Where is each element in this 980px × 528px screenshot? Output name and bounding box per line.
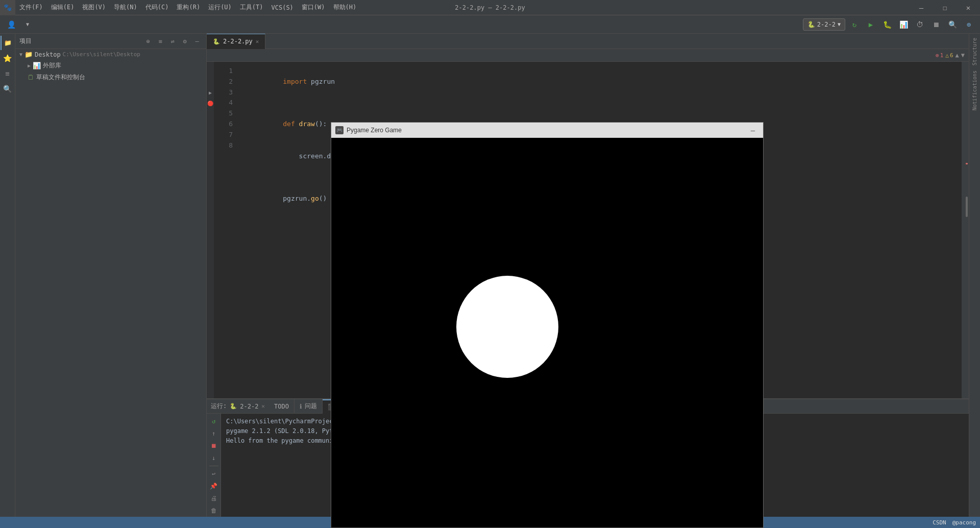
scroll-down-btn[interactable]: ↓ [208,452,219,464]
tab-todo[interactable]: TODO [269,399,295,414]
menu-refactor[interactable]: 重构(R) [173,0,204,15]
project-item-drafts[interactable]: 🗒 草稿文件和控制台 [15,71,206,83]
gutter-5 [207,109,214,119]
sidebar-bookmark-icon[interactable]: ⭐ [1,51,15,65]
code-plain: (): [315,120,327,128]
item-path: C:\Users\silent\Desktop [63,51,140,58]
debug-button[interactable]: 🐛 [880,17,894,32]
toolbar-dropdown-arrow[interactable]: ▼ [20,17,35,32]
keyword-import: import [283,78,307,85]
status-csdn: CSDN [933,519,946,526]
menu-nav[interactable]: 导航(N) [110,0,141,15]
titlebar: 🐾 文件(F) 编辑(E) 视图(V) 导航(N) 代码(C) 重构(R) 运行… [0,0,980,15]
panel-add-icon[interactable]: ⊕ [143,36,153,46]
run-config-selector[interactable]: 🐍 2-2-2 ▼ [803,18,845,31]
menu-bar: 文件(F) 编辑(E) 视图(V) 导航(N) 代码(C) 重构(R) 运行(U… [15,0,360,15]
menu-run[interactable]: 运行(U) [204,0,236,15]
run-toolbar: ↺ ↑ ⏹ ↓ ↩ 📌 🖨 🗑 [207,414,221,528]
sidebar-notifications-label[interactable]: Notifications [972,68,977,112]
window-title: 2-2-2.py – 2-2-2.py [455,4,525,11]
error-badge: ⊗ 1 [936,52,943,59]
profile-button[interactable]: ⏱ [913,17,927,32]
project-item-external-libs[interactable]: ▶ 📊 外部库 [15,60,206,71]
editor-gutter: ▶ 🔴 [207,62,214,398]
menu-help[interactable]: 帮助(H) [329,0,361,15]
panel-align-icon[interactable]: ≡ [155,36,165,46]
next-error-btn[interactable]: ▼ [961,52,965,59]
minimize-button[interactable]: — [910,0,933,15]
pin-btn[interactable]: 📌 [208,481,219,492]
item-label: 草稿文件和控制台 [36,73,85,82]
code-parens: () [319,195,327,202]
folder-icon: 📁 [24,51,33,58]
gutter-8 [207,141,214,152]
search-button[interactable]: 🔍 [945,17,960,32]
wrap-btn[interactable]: ↩ [208,468,219,479]
tab-bar: 🐍 2-2-2.py ✕ [207,34,969,49]
gutter-7 [207,130,214,141]
menu-code[interactable]: 代码(C) [141,0,173,15]
refresh-button[interactable]: ↻ [847,17,862,32]
gutter-2 [207,77,214,87]
panel-settings-icon[interactable]: ⚙ [180,36,190,46]
menu-edit[interactable]: 编辑(E) [47,0,79,15]
pygame-window[interactable]: 🎮 Pygame Zero Game — [331,122,764,528]
tab-problems-label: 问题 [305,402,317,411]
toolbar-user-icon[interactable]: 👤 [4,17,18,32]
pygame-minimize-btn[interactable]: — [747,124,759,136]
panel-title: 项目 [19,37,140,45]
run-config-icon: 🐍 [807,21,815,28]
line-num-5: 5 [214,108,233,119]
editor-tab-active[interactable]: 🐍 2-2-2.py ✕ [207,34,265,49]
run-icon: 🐍 [230,403,237,410]
menu-file[interactable]: 文件(F) [15,0,47,15]
code-line-2 [243,98,963,108]
close-button[interactable]: ✕ [957,0,980,15]
menu-window[interactable]: 窗口(W) [298,0,329,15]
sidebar-project-icon[interactable]: 📁 [1,36,15,50]
sidebar-structure-label[interactable]: Structure [972,36,977,67]
print-btn[interactable]: 🖨 [208,493,219,504]
item-label: 外部库 [43,61,61,70]
clear-btn[interactable]: 🗑 [208,505,219,516]
run-tab-close[interactable]: ✕ [261,403,265,410]
run-tab-name: 2-2-2 [240,403,258,410]
error-icon: ⊗ [936,52,939,59]
sidebar-find-icon[interactable]: 🔍 [1,82,15,96]
warning-count: 6 [950,52,953,59]
menu-tools[interactable]: 工具(T) [236,0,267,15]
sidebar-structure-icon[interactable]: ≡ [1,66,15,81]
menu-view[interactable]: 视图(V) [78,0,110,15]
gutter-3-fold[interactable]: ▶ [207,87,214,98]
editor-scrollbar[interactable] [962,62,969,398]
pygame-window-title: Pygame Zero Game [347,127,744,134]
stop-run-btn[interactable]: ⏹ [208,440,219,451]
left-sidebar: 📁 ⭐ ≡ 🔍 [0,34,15,528]
panel-sync-icon[interactable]: ⇌ [167,36,178,46]
add-button[interactable]: ⊕ [962,17,976,32]
top-toolbar: 👤 ▼ 🐍 2-2-2 ▼ ↻ ▶ 🐛 📊 ⏱ ⏹ 🔍 ⊕ [0,15,980,34]
line-num-2: 2 [214,77,233,87]
line-num-7: 7 [214,130,233,140]
maximize-button[interactable]: ☐ [933,0,957,15]
gutter-4-breakpoint[interactable]: 🔴 [207,98,214,109]
line-numbers: 1 2 3 4 5 6 7 8 [214,62,237,398]
project-panel-header: 项目 ⊕ ≡ ⇌ ⚙ — [15,34,206,49]
coverage-button[interactable]: 📊 [896,17,911,32]
tab-problems[interactable]: ℹ 问题 [295,399,323,414]
menu-vcs[interactable]: VCS(S) [267,0,298,15]
library-icon: 📊 [33,62,41,69]
project-tree: ▼ 📁 Desktop C:\Users\silent\Desktop ▶ 📊 … [15,49,206,83]
prev-error-btn[interactable]: ▲ [955,52,959,59]
panel-collapse-icon[interactable]: — [192,36,202,46]
tab-file-icon: 🐍 [213,38,220,45]
expand-arrow: ▶ [28,63,31,68]
tab-close-btn[interactable]: ✕ [256,38,259,45]
stop-button[interactable]: ⏹ [929,17,943,32]
rerun-btn[interactable]: ↺ [208,416,219,427]
scroll-up-btn[interactable]: ↑ [208,428,219,439]
project-item-desktop[interactable]: ▼ 📁 Desktop C:\Users\silent\Desktop [15,49,206,60]
run-button[interactable]: ▶ [864,17,878,32]
code-plain [295,120,299,128]
app-icon: 🐾 [0,0,15,15]
